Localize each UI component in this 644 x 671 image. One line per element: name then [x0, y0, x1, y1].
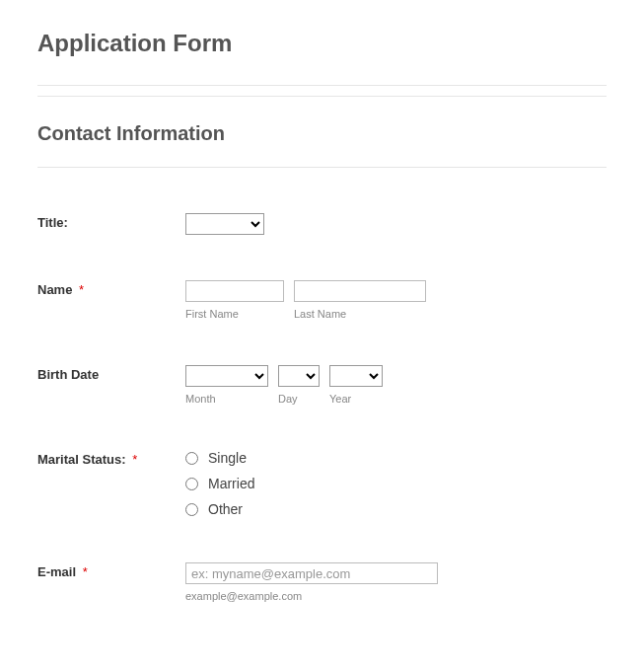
- name-label: Name *: [37, 280, 185, 297]
- first-name-input[interactable]: [185, 280, 284, 302]
- radio-item-other[interactable]: Other: [185, 501, 254, 517]
- birth-year-select[interactable]: [329, 365, 383, 387]
- marital-label: Marital Status: *: [37, 450, 185, 467]
- title-select[interactable]: [185, 213, 264, 235]
- last-name-input[interactable]: [294, 280, 426, 302]
- day-sublabel: Day: [278, 393, 320, 405]
- birth-month-select[interactable]: [185, 365, 268, 387]
- radio-item-married[interactable]: Married: [185, 476, 254, 491]
- email-input[interactable]: [185, 562, 438, 584]
- divider: [37, 96, 607, 97]
- month-sublabel: Month: [185, 393, 268, 405]
- radio-item-single[interactable]: Single: [185, 450, 254, 466]
- form-row-marital: Marital Status: * Single Married Other: [37, 450, 607, 517]
- form-row-birthdate: Birth Date Month Day Year: [37, 365, 607, 405]
- radio-single-label: Single: [208, 450, 247, 466]
- form-row-email: E-mail * example@example.com: [37, 562, 607, 602]
- birthdate-label: Birth Date: [37, 365, 185, 382]
- name-label-text: Name: [37, 282, 72, 297]
- first-name-sublabel: First Name: [185, 308, 284, 320]
- required-mark: *: [79, 282, 84, 297]
- email-label: E-mail *: [37, 562, 185, 579]
- radio-married[interactable]: [185, 478, 198, 490]
- section-title: Contact Information: [37, 122, 607, 145]
- title-label-text: Title:: [37, 215, 68, 230]
- radio-other[interactable]: [185, 503, 198, 516]
- year-sublabel: Year: [329, 393, 383, 405]
- radio-married-label: Married: [208, 476, 254, 491]
- divider: [37, 167, 607, 168]
- form-row-title: Title:: [37, 213, 607, 235]
- radio-other-label: Other: [208, 501, 243, 517]
- marital-radio-group: Single Married Other: [185, 450, 254, 517]
- email-label-text: E-mail: [37, 564, 76, 579]
- email-sublabel: example@example.com: [185, 590, 438, 602]
- birth-day-select[interactable]: [278, 365, 320, 387]
- page-title: Application Form: [37, 30, 607, 57]
- divider: [37, 85, 607, 86]
- last-name-sublabel: Last Name: [294, 308, 426, 320]
- required-mark: *: [83, 564, 88, 579]
- title-label: Title:: [37, 213, 185, 230]
- form-row-name: Name * First Name Last Name: [37, 280, 607, 320]
- birthdate-label-text: Birth Date: [37, 367, 99, 382]
- required-mark: *: [132, 452, 137, 467]
- marital-label-text: Marital Status:: [37, 452, 126, 467]
- radio-single[interactable]: [185, 452, 198, 465]
